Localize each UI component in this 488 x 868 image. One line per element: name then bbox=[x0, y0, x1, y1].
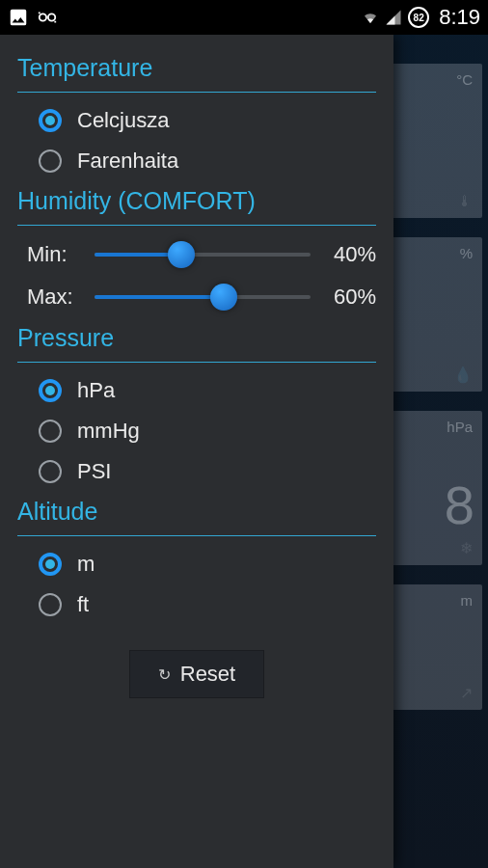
radio-icon bbox=[39, 460, 62, 483]
signal-icon bbox=[385, 9, 402, 26]
divider bbox=[17, 225, 376, 226]
slider-label-min: Min: bbox=[27, 242, 81, 267]
slider-row-max: Max: 60% bbox=[0, 276, 393, 318]
section-title-altitude: Altitude bbox=[0, 492, 393, 531]
radio-altitude-ft[interactable]: ft bbox=[0, 584, 393, 625]
radio-label: mmHg bbox=[77, 419, 140, 444]
bg-unit-m: m bbox=[461, 592, 474, 609]
slider-humidity-min[interactable] bbox=[95, 239, 311, 270]
thermometer-icon: 🌡 bbox=[457, 193, 473, 210]
refresh-icon: ↻ bbox=[158, 665, 171, 684]
bg-card-humidity: % 💧 bbox=[392, 237, 482, 392]
image-icon bbox=[8, 7, 29, 28]
reset-label: Reset bbox=[180, 662, 235, 687]
radio-icon bbox=[39, 420, 62, 443]
radio-temperature-fahrenheit[interactable]: Farenhaita bbox=[0, 141, 393, 181]
cyanogen-icon bbox=[37, 7, 58, 28]
bg-card-temperature: °C 🌡 bbox=[392, 64, 482, 218]
bg-card-altitude: m ↗ bbox=[392, 584, 482, 710]
bg-unit-pct: % bbox=[460, 245, 473, 261]
svg-point-1 bbox=[48, 14, 55, 20]
radio-icon bbox=[39, 109, 62, 132]
radio-label: ft bbox=[77, 592, 89, 617]
radio-icon bbox=[39, 553, 62, 576]
radio-icon bbox=[39, 149, 62, 173]
wifi-icon bbox=[362, 9, 379, 26]
radio-label: hPa bbox=[77, 378, 115, 403]
section-title-temperature: Temperature bbox=[0, 48, 393, 88]
radio-icon bbox=[39, 593, 62, 616]
bg-cards: °C 🌡 % 💧 hPa 8 ❄ m ↗ bbox=[392, 35, 488, 868]
drop-icon: 💧 bbox=[453, 366, 473, 384]
bg-pressure-val: 8 bbox=[445, 474, 474, 536]
slider-humidity-max[interactable] bbox=[95, 282, 311, 312]
statusbar: 82 8:19 bbox=[0, 0, 488, 35]
battery-indicator: 82 bbox=[408, 7, 429, 28]
radio-pressure-mmhg[interactable]: mmHg bbox=[0, 411, 393, 451]
clock: 8:19 bbox=[439, 5, 480, 30]
settings-drawer: Temperature Celcjusza Farenhaita Humidit… bbox=[0, 35, 393, 868]
battery-pct: 82 bbox=[414, 13, 424, 23]
radio-label: Farenhaita bbox=[77, 149, 178, 174]
radio-icon bbox=[39, 379, 62, 402]
svg-point-0 bbox=[40, 14, 46, 20]
radio-pressure-hpa[interactable]: hPa bbox=[0, 370, 393, 411]
bg-unit-c: °C bbox=[456, 71, 473, 88]
slider-value-min: 40% bbox=[324, 242, 376, 267]
slider-label-max: Max: bbox=[27, 285, 81, 310]
section-title-humidity: Humidity (COMFORT) bbox=[0, 181, 393, 221]
gauge-icon: ❄ bbox=[460, 539, 473, 557]
section-title-pressure: Pressure bbox=[0, 318, 393, 358]
slider-value-max: 60% bbox=[324, 285, 376, 310]
radio-label: Celcjusza bbox=[77, 108, 169, 133]
radio-label: PSI bbox=[77, 459, 111, 484]
divider bbox=[17, 362, 376, 363]
radio-altitude-m[interactable]: m bbox=[0, 544, 393, 584]
slider-row-min: Min: 40% bbox=[0, 233, 393, 276]
radio-pressure-psi[interactable]: PSI bbox=[0, 451, 393, 492]
reset-button[interactable]: ↻ Reset bbox=[129, 650, 264, 698]
radio-temperature-celsius[interactable]: Celcjusza bbox=[0, 100, 393, 141]
divider bbox=[17, 535, 376, 536]
bg-unit-hpa: hPa bbox=[447, 419, 473, 435]
radio-label: m bbox=[77, 552, 95, 577]
alt-icon: ↗ bbox=[460, 684, 473, 702]
bg-card-pressure: hPa 8 ❄ bbox=[392, 411, 482, 565]
divider bbox=[17, 92, 376, 93]
